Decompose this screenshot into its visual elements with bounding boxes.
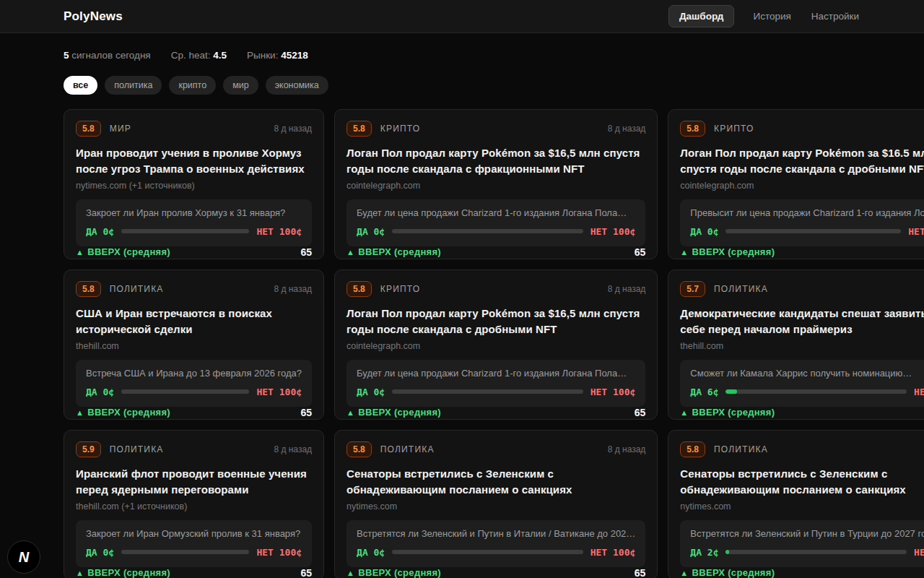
card-title: Иранский флот проводит военные учения пе… (76, 466, 312, 498)
stat-heat-label: Ср. heat: (171, 50, 211, 61)
up-arrow-icon: ▲ (76, 408, 84, 417)
signal-card[interactable]: 5.8 КРИПТО 8 д назад Логан Пол продал ка… (334, 109, 658, 259)
price-row: ДА 0¢ НЕТ 100¢ (690, 226, 924, 237)
stat-markets-value: 45218 (281, 50, 308, 61)
signal-card[interactable]: 5.8 КРИПТО 8 д назад Логан Пол продал ка… (334, 269, 658, 420)
price-row: ДА 0¢ НЕТ 100¢ (357, 387, 635, 397)
up-arrow-icon: ▲ (680, 248, 688, 256)
app-header: PolyNews Дашборд История Настройки (0, 0, 924, 33)
direction-signal: ▲ВВЕРХ (средняя) (680, 246, 775, 257)
signal-card[interactable]: 5.8 МИР 8 д назад Иран проводит учения в… (64, 109, 324, 259)
price-bar (392, 229, 583, 233)
heat-badge: 5.8 (680, 121, 705, 137)
signal-card[interactable]: 5.8 КРИПТО 8 д назад Логан Пол продал ка… (668, 109, 924, 259)
no-price: НЕТ 100¢ (590, 387, 636, 397)
market-question: Сможет ли Камала Харрис получить номинац… (690, 368, 924, 379)
heat-badge: 5.8 (680, 441, 705, 457)
category-label: ПОЛИТИКА (110, 284, 164, 294)
card-title: Сенаторы встретились с Зеленским с обнад… (346, 466, 645, 498)
price-row: ДА 0¢ НЕТ 100¢ (86, 226, 302, 237)
market-box[interactable]: Закроет ли Иран пролив Хормуз к 31 январ… (76, 199, 312, 246)
nav-settings[interactable]: Настройки (810, 6, 860, 27)
card-source: cointelegraph.com (346, 341, 645, 351)
market-box[interactable]: Закроет ли Иран Ормузский пролив к 31 ян… (76, 520, 312, 567)
market-question: Встретятся ли Зеленский и Путин в Турции… (690, 528, 924, 539)
direction-signal: ▲ВВЕРХ (средняя) (76, 567, 170, 578)
stats-bar: 5 сигналов сегодня Ср. heat: 4.5 Рынки: … (64, 50, 863, 61)
score: 65 (635, 246, 646, 258)
card-header: 5.8 ПОЛИТИКА 8 д назад (680, 441, 924, 457)
market-box[interactable]: Сможет ли Камала Харрис получить номинац… (680, 360, 924, 407)
market-box[interactable]: Превысит ли цена продажи Charizard 1-го … (680, 199, 924, 246)
card-header: 5.8 ПОЛИТИКА 8 д назад (346, 441, 645, 457)
signal-card[interactable]: 5.8 ПОЛИТИКА 8 д назад Сенаторы встретил… (334, 430, 658, 578)
market-question: Встретятся ли Зеленский и Путин в Италии… (357, 528, 635, 539)
nav-dashboard[interactable]: Дашборд (668, 5, 734, 27)
market-box[interactable]: Встретятся ли Зеленский и Путин в Турции… (680, 520, 924, 567)
category-filters: все политика крипто мир экономика (64, 76, 863, 95)
nav-history[interactable]: История (751, 6, 792, 27)
filter-world[interactable]: мир (223, 76, 258, 95)
card-footer: ▲ВВЕРХ (средняя) 64 (680, 567, 924, 578)
signal-card[interactable]: 5.7 ПОЛИТИКА 8 д назад Демократические к… (668, 269, 924, 420)
card-title: Иран проводит учения в проливе Хормуз по… (76, 145, 312, 177)
no-price: НЕТ 100¢ (256, 226, 302, 237)
market-question: Будет ли цена продажи Charizard 1-го изд… (357, 207, 635, 218)
filter-all[interactable]: все (64, 76, 97, 95)
card-header: 5.7 ПОЛИТИКА 8 д назад (680, 281, 924, 297)
card-header: 5.9 ПОЛИТИКА 8 д назад (76, 441, 312, 457)
market-box[interactable]: Будет ли цена продажи Charizard 1-го изд… (346, 360, 645, 407)
time-ago: 8 д назад (274, 124, 312, 134)
price-row: ДА 0¢ НЕТ 100¢ (357, 226, 635, 237)
direction-signal: ▲ВВЕРХ (средняя) (346, 407, 441, 418)
category-label: КРИПТО (380, 284, 421, 294)
score: 65 (300, 407, 312, 418)
market-question: Встреча США и Ирана до 13 февраля 2026 г… (86, 368, 302, 379)
category-label: ПОЛИТИКА (714, 444, 768, 454)
card-source: nytimes.com (+1 источников) (76, 181, 312, 191)
direction-signal: ▲ВВЕРХ (средняя) (346, 567, 441, 578)
filter-politics[interactable]: политика (105, 76, 162, 95)
direction-signal: ▲ВВЕРХ (средняя) (346, 246, 441, 257)
card-source: cointelegraph.com (346, 181, 645, 191)
card-footer: ▲ВВЕРХ (средняя) 65 (346, 407, 645, 418)
market-box[interactable]: Встретятся ли Зеленский и Путин в Италии… (346, 520, 645, 567)
card-title: Логан Пол продал карту Pokémon за $16,5 … (346, 145, 645, 177)
up-arrow-icon: ▲ (346, 408, 354, 417)
score: 65 (300, 567, 312, 578)
filter-economy[interactable]: экономика (266, 76, 328, 95)
direction-signal: ▲ВВЕРХ (средняя) (76, 246, 170, 257)
signal-card[interactable]: 5.8 ПОЛИТИКА 8 д назад США и Иран встреч… (64, 269, 324, 420)
price-bar (725, 550, 907, 554)
no-price: НЕТ 98¢ (914, 547, 924, 558)
stat-signals-label: сигналов сегодня (71, 50, 150, 61)
heat-badge: 5.8 (346, 121, 372, 137)
score: 65 (635, 567, 646, 578)
market-box[interactable]: Встреча США и Ирана до 13 февраля 2026 г… (76, 360, 312, 407)
stat-heat-value: 4.5 (213, 50, 227, 61)
price-bar-fill (725, 389, 736, 394)
app-logo: PolyNews (64, 9, 123, 24)
time-ago: 8 д назад (608, 284, 646, 294)
up-arrow-icon: ▲ (346, 569, 354, 577)
yes-price: ДА 0¢ (357, 226, 385, 237)
time-ago: 8 д назад (608, 444, 646, 454)
price-bar (392, 550, 583, 554)
score: 65 (635, 407, 646, 418)
category-label: МИР (110, 124, 131, 134)
yes-price: ДА 0¢ (357, 547, 385, 558)
time-ago: 8 д назад (608, 124, 646, 134)
nextjs-dev-indicator[interactable]: N (7, 540, 40, 574)
card-footer: ▲ВВЕРХ (средняя) 65 (76, 407, 312, 418)
no-price: НЕТ 100¢ (590, 547, 636, 558)
price-bar (392, 389, 583, 394)
price-row: ДА 0¢ НЕТ 100¢ (86, 547, 302, 558)
market-box[interactable]: Будет ли цена продажи Charizard 1-го изд… (346, 199, 645, 246)
price-row: ДА 6¢ НЕТ 94¢ (690, 387, 924, 397)
no-price: НЕТ 100¢ (256, 547, 302, 558)
heat-badge: 5.8 (346, 441, 372, 457)
signal-card[interactable]: 5.8 ПОЛИТИКА 8 д назад Сенаторы встретил… (668, 430, 924, 578)
signal-card[interactable]: 5.9 ПОЛИТИКА 8 д назад Иранский флот про… (64, 430, 324, 578)
heat-badge: 5.9 (76, 441, 101, 457)
filter-crypto[interactable]: крипто (169, 76, 216, 95)
